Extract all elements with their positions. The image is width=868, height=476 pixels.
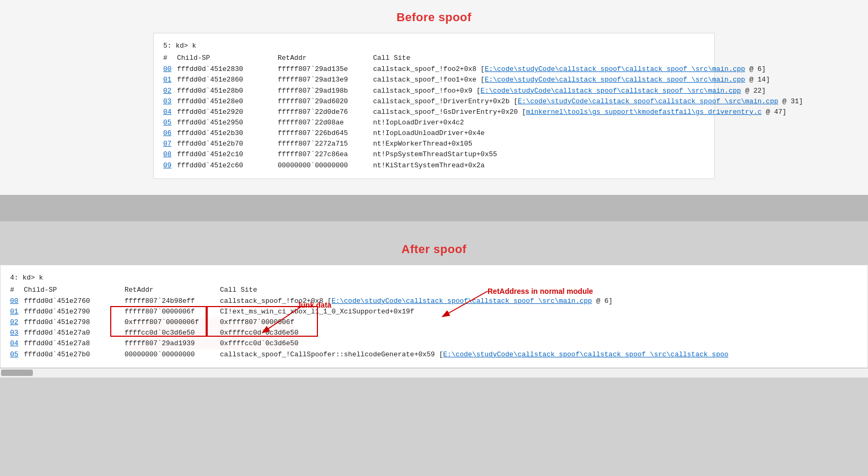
child-sp: fffdd0d`451e2860 xyxy=(177,75,278,85)
call-site: nt!ExpWorkerThread+0x105 xyxy=(373,139,472,149)
call-site-link[interactable]: E:\code\studyCode\callstack_spoof\callst… xyxy=(518,97,778,105)
row-num[interactable]: 08 xyxy=(163,149,175,160)
table-row: 00fffdd0d`451e2760 fffff807`24b98eff cal… xyxy=(10,296,867,307)
call-site: nt!IopLoadDriver+0x4c2 xyxy=(373,118,464,128)
call-site: callstack_spoof_!foo2+0x8 [E:\code\study… xyxy=(220,296,613,307)
call-site: 0xffffcc0d`0c3d6e50 xyxy=(220,328,298,338)
table-row: 05fffdd0d`451e27b0 00000000`00000000 cal… xyxy=(10,349,867,360)
child-sp: fffdd0d`451e2790 xyxy=(24,307,125,317)
section-divider xyxy=(0,195,868,221)
after-annotation-area: 4: kd> k # Child-SP RetAddr Call Site 00… xyxy=(0,265,868,368)
child-sp: fffdd0d`451e2b30 xyxy=(177,128,278,139)
table-row: 05fffdd0d`451e2950 fffff807`22d08ae nt!I… xyxy=(163,118,705,128)
after-col-hash: # xyxy=(10,284,22,296)
after-title: After spoof xyxy=(0,243,868,256)
table-row: 04fffdd0d`451e2920 fffff807`22d0de76 cal… xyxy=(163,107,705,118)
after-col-child-sp: Child-SP xyxy=(24,284,125,296)
ret-addr: fffff807`29ad1939 xyxy=(125,338,220,349)
before-headers: # Child-SP RetAddr Call Site xyxy=(163,52,705,64)
row-num[interactable]: 05 xyxy=(10,349,22,360)
ret-addr: 0xffff807`0000006f xyxy=(125,317,220,328)
call-site: callstack_spoof_!foo+0x9 [E:\code\studyC… xyxy=(373,86,766,96)
child-sp: fffdd0d`451e2950 xyxy=(177,118,278,128)
child-sp: fffdd0d`451e2920 xyxy=(177,107,278,118)
call-site: nt!IopLoadUnloadDriver+0x4e xyxy=(373,128,485,139)
table-row: 08fffdd0d`451e2c10 fffff807`227c86ea nt!… xyxy=(163,149,705,160)
row-num[interactable]: 04 xyxy=(10,338,22,349)
row-num[interactable]: 09 xyxy=(163,160,175,171)
col-hash: # xyxy=(163,52,175,64)
row-num[interactable]: 03 xyxy=(163,96,175,107)
scrollbar-thumb[interactable] xyxy=(1,370,33,376)
child-sp: fffdd0d`451e2b70 xyxy=(177,139,278,149)
row-num[interactable]: 02 xyxy=(163,86,175,96)
ret-addr: fffff807`29ad6020 xyxy=(278,96,373,107)
ret-addr: fffff807`22d0de76 xyxy=(278,107,373,118)
child-sp: fffdd0d`451e27b0 xyxy=(24,349,125,360)
col-call-site: Call Site xyxy=(373,52,410,64)
call-site: nt!KiStartSystemThread+0x2a xyxy=(373,160,485,171)
col-ret-addr: RetAddr xyxy=(278,52,373,64)
child-sp: fffdd0d`451e28e0 xyxy=(177,96,278,107)
table-row: 09fffdd0d`451e2c60 00000000`00000000 nt!… xyxy=(163,160,705,171)
table-row: 03fffdd0d`451e27a0 ffffcc0d`0c3d6e50 0xf… xyxy=(10,328,867,338)
ret-addr: 00000000`00000000 xyxy=(278,160,373,171)
table-row: 02fffdd0d`451e28b0 fffff807`29ad198b cal… xyxy=(163,86,705,96)
table-row: 06fffdd0d`451e2b30 fffff807`226bd645 nt!… xyxy=(163,128,705,139)
call-site-link[interactable]: E:\code\studyCode\callstack_spoof\callst… xyxy=(485,65,745,73)
call-site-link[interactable]: E:\code\studyCode\callstack_spoof\callst… xyxy=(443,351,728,358)
ret-addr: fffff807`2272a715 xyxy=(278,139,373,149)
table-row: 00fffdd0d`451e2830 fffff807`29ad135e cal… xyxy=(163,64,705,75)
child-sp: fffdd0d`451e2760 xyxy=(24,296,125,307)
row-num[interactable]: 05 xyxy=(163,118,175,128)
ret-addr: 00000000`00000000 xyxy=(125,349,220,360)
after-section: After spoof 4: kd> k # Child-SP RetAddr … xyxy=(0,221,868,388)
ret-addr: fffff807`29ad13e9 xyxy=(278,75,373,85)
table-row: 04fffdd0d`451e27a8 fffff807`29ad1939 0xf… xyxy=(10,338,867,349)
ret-addr: fffff807`0000006f xyxy=(125,307,220,317)
call-site: 0xffff807`0000006f xyxy=(220,317,294,328)
call-site: callstack_spoof_!DriverEntry+0x2b [E:\co… xyxy=(373,96,803,107)
call-site-link[interactable]: E:\code\studyCode\callstack_spoof\callst… xyxy=(485,76,745,84)
horizontal-scrollbar[interactable] xyxy=(0,368,868,378)
call-site-link[interactable]: minkernel\tools\gs_support\kmodefastfail… xyxy=(526,108,762,116)
table-row: 07fffdd0d`451e2b70 fffff807`2272a715 nt!… xyxy=(163,139,705,149)
row-num[interactable]: 03 xyxy=(10,328,22,338)
junk-label: Junk data xyxy=(297,301,331,309)
call-site-link[interactable]: E:\code\studyCode\callstack_spoof\callst… xyxy=(332,297,592,305)
after-code-block: 4: kd> k # Child-SP RetAddr Call Site 00… xyxy=(0,265,868,368)
child-sp: fffdd0d`451e2830 xyxy=(177,64,278,75)
after-headers: # Child-SP RetAddr Call Site xyxy=(10,284,867,296)
table-row: 03fffdd0d`451e28e0 fffff807`29ad6020 cal… xyxy=(163,96,705,107)
call-site: 0xffffcc0d`0c3d6e50 xyxy=(220,338,298,349)
ret-addr: ffffcc0d`0c3d6e50 xyxy=(125,328,220,338)
before-title: Before spoof xyxy=(0,11,868,24)
row-num[interactable]: 01 xyxy=(163,75,175,85)
child-sp: fffdd0d`451e28b0 xyxy=(177,86,278,96)
ret-addr: fffff807`227c86ea xyxy=(278,149,373,160)
row-num[interactable]: 00 xyxy=(10,296,22,307)
retaddr-label: RetAddress in normal module xyxy=(488,287,593,295)
after-prompt: 4: kd> k xyxy=(10,273,867,283)
ret-addr: fffff807`226bd645 xyxy=(278,128,373,139)
after-col-ret-addr: RetAddr xyxy=(125,284,220,296)
col-child-sp: Child-SP xyxy=(177,52,278,64)
call-site-link[interactable]: E:\code\studyCode\callstack_spoof\callst… xyxy=(481,87,741,95)
row-num[interactable]: 00 xyxy=(163,64,175,75)
call-site: callstack_spoof_!GsDriverEntry+0x20 [min… xyxy=(373,107,786,118)
row-num[interactable]: 02 xyxy=(10,317,22,328)
row-num[interactable]: 04 xyxy=(163,107,175,118)
child-sp: fffdd0d`451e2c60 xyxy=(177,160,278,171)
after-col-call-site: Call Site xyxy=(220,284,257,296)
row-num[interactable]: 07 xyxy=(163,139,175,149)
row-num[interactable]: 01 xyxy=(10,307,22,317)
row-num[interactable]: 06 xyxy=(163,128,175,139)
before-rows: 00fffdd0d`451e2830 fffff807`29ad135e cal… xyxy=(163,64,705,170)
ret-addr: fffff807`22d08ae xyxy=(278,118,373,128)
page-wrapper: Before spoof 5: kd> k # Child-SP RetAddr… xyxy=(0,0,868,476)
before-code-block: 5: kd> k # Child-SP RetAddr Call Site 00… xyxy=(153,33,715,179)
table-row: 02fffdd0d`451e2798 0xffff807`0000006f 0x… xyxy=(10,317,867,328)
after-rows: 00fffdd0d`451e2760 fffff807`24b98eff cal… xyxy=(10,296,867,360)
ret-addr: fffff807`24b98eff xyxy=(125,296,220,307)
call-site: nt!PspSystemThreadStartup+0x55 xyxy=(373,149,497,160)
